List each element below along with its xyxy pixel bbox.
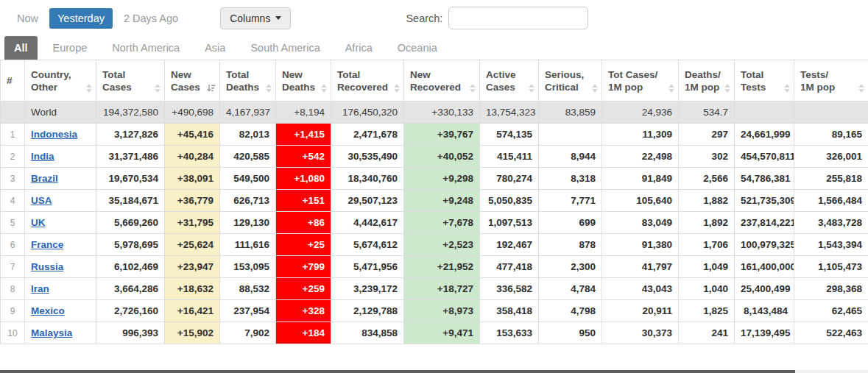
country-link[interactable]: USA [31,195,52,206]
scrollbar-thumb[interactable] [0,370,795,373]
sort-icon [86,84,92,93]
sort-icon [858,84,864,93]
table-row: 7Russia6,102,469+23,947153,095+7995,471,… [1,256,868,278]
cell-total_cases: 194,372,580 [96,102,165,124]
cell-total_tests: 24,661,999 [735,124,794,146]
column-header-total_recovered[interactable]: TotalRecovered [331,60,404,102]
column-header-label: Tot Cases/ [608,69,657,80]
cell-rank: 6 [1,234,25,256]
region-tab-africa[interactable]: Africa [336,36,382,60]
sort-icon [724,84,730,93]
time-tab-yesterday[interactable]: Yesterday [49,8,113,29]
column-header-serious_critical[interactable]: Serious,Critical [539,60,602,102]
column-header-tests_per_1m[interactable]: Tests/1M pop [794,60,868,102]
column-header-country[interactable]: Country,Other [25,60,96,102]
column-header-new_recovered[interactable]: NewRecovered [404,60,480,102]
column-header-total_cases[interactable]: TotalCases [96,60,165,102]
cell-new_deaths: +259 [276,278,331,300]
country-link[interactable]: Russia [31,261,63,272]
region-tab-asia[interactable]: Asia [195,36,235,60]
search-input[interactable] [448,7,588,29]
cell-new_cases: +38,091 [165,168,220,190]
column-header-label: 1M pop [800,82,835,93]
cell-cases_per_1m: 20,911 [602,300,679,322]
country-link[interactable]: India [31,151,54,162]
cell-total_cases: 35,184,671 [96,190,165,212]
column-header-new_deaths[interactable]: NewDeaths [276,60,331,102]
table-row: 2India31,371,486+40,284420,585+54230,535… [1,146,868,168]
region-tab-all[interactable]: All [4,36,38,60]
country-link[interactable]: Malaysia [31,327,72,338]
column-header-label: Deaths/ [685,69,721,80]
cell-rank: 1 [1,124,25,146]
cell-rank: 4 [1,190,25,212]
country-link[interactable]: Mexico [31,305,65,316]
column-header-total_tests[interactable]: TotalTests [735,60,794,102]
country-link[interactable]: UK [31,217,46,228]
cell-rank: 5 [1,212,25,234]
region-tab-south-america[interactable]: South America [241,36,329,60]
column-header-active_cases[interactable]: ActiveCases [480,60,539,102]
cell-new_deaths: +86 [276,212,331,234]
cell-cases_per_1m: 105,640 [602,190,679,212]
cell-total_deaths: 237,954 [220,300,276,322]
country-link[interactable]: Iran [31,283,49,294]
chevron-down-icon [275,16,281,20]
cell-total_tests: 454,570,811 [735,146,794,168]
column-header-label: Cases [171,82,200,93]
cell-total_cases: 3,127,826 [96,124,165,146]
column-header-label: Country, [31,69,71,80]
horizontal-scrollbar[interactable] [0,370,868,373]
column-header-label: 1M pop [608,82,643,93]
time-tab-now[interactable]: Now [9,8,46,29]
cell-new_recovered: +39,767 [404,124,480,146]
cell-total_cases: 996,393 [96,322,165,344]
column-header-label: Total [741,69,763,80]
country-link[interactable]: France [31,239,63,250]
column-header-deaths_per_1m[interactable]: Deaths/1M pop [679,60,735,102]
column-header-cases_per_1m[interactable]: Tot Cases/1M pop [602,60,679,102]
region-tab-oceania[interactable]: Oceania [388,36,447,60]
cell-country: Indonesia [25,124,96,146]
column-header-label: Total [337,69,360,80]
cell-new_deaths: +151 [276,190,331,212]
region-tab-north-america[interactable]: North America [102,36,189,60]
cell-active_cases: 13,754,323 [480,102,539,124]
cell-new_cases: +15,902 [165,322,220,344]
cell-active_cases: 153,633 [480,322,539,344]
cell-tests_per_1m: 1,566,484 [794,190,868,212]
cell-total_cases: 5,978,695 [96,234,165,256]
country-link[interactable]: Indonesia [31,129,77,140]
cell-active_cases: 336,582 [480,278,539,300]
cell-total_tests [735,102,794,124]
columns-button-label: Columns [230,13,270,24]
cell-cases_per_1m: 91,849 [602,168,679,190]
cell-total_deaths: 626,713 [220,190,276,212]
search-label: Search: [406,13,442,24]
cell-total_deaths: 549,500 [220,168,276,190]
column-header-new_cases[interactable]: NewCases [165,60,220,102]
cell-rank: 7 [1,256,25,278]
cell-cases_per_1m: 43,043 [602,278,679,300]
cell-total_recovered: 29,507,123 [331,190,404,212]
column-header-label: Recovered [337,82,388,93]
columns-button[interactable]: Columns [220,7,291,29]
column-header-total_deaths[interactable]: TotalDeaths [220,60,276,102]
cell-total_recovered: 834,858 [331,322,404,344]
cell-new_deaths: +8,194 [276,102,331,124]
cell-total_tests: 521,735,309 [735,190,794,212]
table-row: 8Iran3,664,286+18,63288,532+2593,239,172… [1,278,868,300]
time-tab-2-days-ago[interactable]: 2 Days Ago [116,8,186,29]
cell-new_deaths: +328 [276,300,331,322]
cell-total_deaths: 4,167,937 [220,102,276,124]
column-header-label: # [7,75,13,86]
toolbar: NowYesterday2 Days Ago Columns Search: [0,0,868,34]
cell-country: Mexico [25,300,96,322]
column-header-label: Cases [486,82,515,93]
country-link[interactable]: Brazil [31,173,58,184]
column-header-label: Total [102,69,125,80]
column-header-label: Recovered [410,82,461,93]
region-tab-europe[interactable]: Europe [43,36,97,60]
cell-serious_critical: 878 [539,234,602,256]
cell-active_cases: 574,135 [480,124,539,146]
